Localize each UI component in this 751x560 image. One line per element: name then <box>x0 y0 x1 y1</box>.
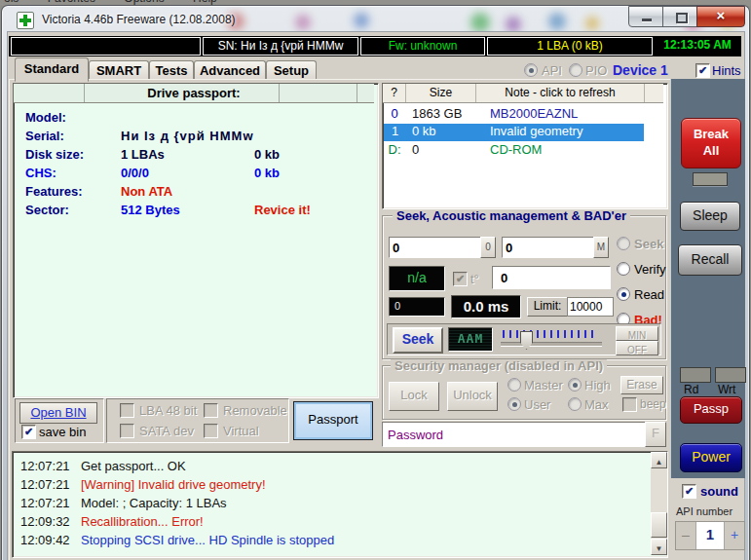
virtual-checkbox[interactable] <box>204 424 218 438</box>
seek-group: Seek, Acoustic management & BAD'er 0 M S… <box>382 215 666 359</box>
mode-read-radio[interactable] <box>617 287 630 301</box>
busy-led <box>693 172 728 186</box>
master-radio[interactable] <box>507 378 521 392</box>
password-f-button[interactable]: F <box>645 422 666 447</box>
counter-led: 0 <box>389 297 445 317</box>
unlock-button[interactable]: Unlock <box>447 382 498 411</box>
api-radio[interactable] <box>524 63 538 77</box>
tab-tests[interactable]: Tests <box>149 60 194 81</box>
counter-led-value: 0 <box>390 300 400 312</box>
col-header-note[interactable]: Note - click to refresh <box>476 84 645 102</box>
check-icon: ✔ <box>456 273 465 284</box>
passport-header-title: Drive passport: <box>14 86 374 100</box>
recall-button[interactable]: Recall <box>678 244 742 276</box>
sound-label: sound <box>700 484 738 499</box>
end-lba-input[interactable] <box>502 237 594 258</box>
temp-checkbox[interactable]: ✔ <box>453 272 468 286</box>
passp-button[interactable]: Passp <box>680 396 742 424</box>
log-row[interactable]: 12:07:21 Get passport... OK <box>20 459 644 477</box>
pio-radio[interactable] <box>569 63 582 77</box>
minimize-button[interactable] <box>628 6 665 27</box>
break-all-button[interactable]: Break All <box>681 118 741 168</box>
passport-extra: 0 kb <box>254 166 280 180</box>
log-row[interactable]: 12:07:21 [Warning] Invalid drive geometr… <box>20 477 644 496</box>
beep-checkbox[interactable] <box>622 397 637 412</box>
tab-label: SMART <box>96 63 141 78</box>
start-lba-stepper[interactable]: 0 <box>480 237 496 258</box>
passport-button[interactable]: Passport <box>293 401 373 440</box>
rd-led <box>680 367 711 383</box>
spinner-plus-button[interactable]: + <box>724 522 744 549</box>
max-lba-button[interactable]: M <box>593 237 609 258</box>
check-icon: ✔ <box>698 64 707 76</box>
row-id: 0 <box>383 106 406 124</box>
seek-button[interactable]: Seek <box>393 327 443 354</box>
api-number-value: 1 <box>696 522 724 549</box>
removable-checkbox[interactable] <box>204 403 218 418</box>
sound-checkbox[interactable]: ✔ <box>682 484 696 499</box>
log-row[interactable]: 12:07:21 Model: ; Capacity: 1 LBAs <box>20 496 644 514</box>
aam-off-button[interactable]: OFF <box>616 341 658 355</box>
scroll-down-button[interactable]: ▼ <box>651 539 667 555</box>
log-row[interactable]: 12:09:42 Stopping SCSI drive... HD Spind… <box>20 533 644 551</box>
maximize-button[interactable] <box>662 6 699 27</box>
bin-strip: Open BIN ✔ save bin LBA 48 bit Removable… <box>13 396 377 445</box>
password-input[interactable] <box>382 422 648 447</box>
aam-slider-thumb[interactable] <box>520 331 533 350</box>
limit-input[interactable] <box>567 297 614 317</box>
aam-slider-track[interactable] <box>501 342 602 347</box>
unlock-label: Unlock <box>453 388 492 402</box>
power-button[interactable]: Power <box>680 443 742 472</box>
table-header: ? Size Note - click to refresh <box>383 84 663 103</box>
close-button[interactable]: × <box>696 6 745 27</box>
log-scrollbar[interactable]: ▲ ▼ <box>651 452 667 553</box>
start-lba-input[interactable] <box>389 237 481 258</box>
mode-seek-radio[interactable] <box>617 237 630 250</box>
log-time: 12:07:21 <box>20 477 81 496</box>
scroll-up-button[interactable]: ▲ <box>651 452 667 468</box>
removable-label: Removable <box>223 403 287 418</box>
table-row[interactable]: D: 0 CD-ROM <box>383 142 644 160</box>
scroll-thumb[interactable] <box>651 512 667 538</box>
sata-checkbox[interactable] <box>120 424 134 438</box>
wrt-led <box>715 367 746 383</box>
tab-setup[interactable]: Setup <box>266 60 317 81</box>
scroll-down-icon: ▼ <box>656 544 663 553</box>
tab-advanced[interactable]: Advanced <box>194 60 266 81</box>
col-header-size[interactable]: Size <box>406 84 476 102</box>
log-message: Recallibration... Error! <box>81 514 644 533</box>
save-bin-checkbox[interactable]: ✔ <box>21 425 36 439</box>
break-all-label: Break All <box>690 126 732 159</box>
max-radio[interactable] <box>568 397 582 411</box>
app-icon <box>17 12 34 29</box>
aam-min-button[interactable]: MIN <box>616 326 658 341</box>
log-row[interactable]: 12:09:32 Recallibration... Error! <box>20 514 644 533</box>
hints-checkbox[interactable]: ✔ <box>695 63 710 78</box>
bottom-right-panel: ✔ sound API number – 1 + <box>670 478 744 560</box>
user-radio[interactable] <box>507 397 521 411</box>
maximize-icon <box>676 13 688 23</box>
aero-blob <box>470 13 490 32</box>
window-controls: × <box>628 6 745 26</box>
tab-smart[interactable]: SMART <box>89 60 149 81</box>
erase-button[interactable]: Erase <box>620 376 663 394</box>
mode-verify-radio[interactable] <box>617 262 630 276</box>
sleep-button[interactable]: Sleep <box>680 202 740 231</box>
table-row[interactable]: 0 1863 GB MB2000EAZNL <box>383 106 644 124</box>
spinner-minus-button[interactable]: – <box>676 522 696 549</box>
col-header-id[interactable]: ? <box>383 84 406 102</box>
block-input[interactable] <box>492 266 611 289</box>
status-empty-box <box>11 37 201 56</box>
tab-standard[interactable]: Standard <box>15 57 89 82</box>
open-bin-button[interactable]: Open BIN <box>19 402 97 424</box>
api-number-label: API number <box>676 505 732 517</box>
passport-extra: 0 kb <box>254 147 280 162</box>
master-label: Master <box>524 378 563 392</box>
check-icon: ✔ <box>24 426 33 437</box>
lba48-checkbox[interactable] <box>120 403 134 418</box>
log-message: Get passport... OK <box>81 459 644 477</box>
table-row-selected[interactable]: 1 0 kb Invalid geometry <box>384 124 644 141</box>
lock-button[interactable]: Lock <box>389 382 439 411</box>
api-number-spinner: – 1 + <box>675 521 745 550</box>
high-radio[interactable] <box>568 378 582 392</box>
